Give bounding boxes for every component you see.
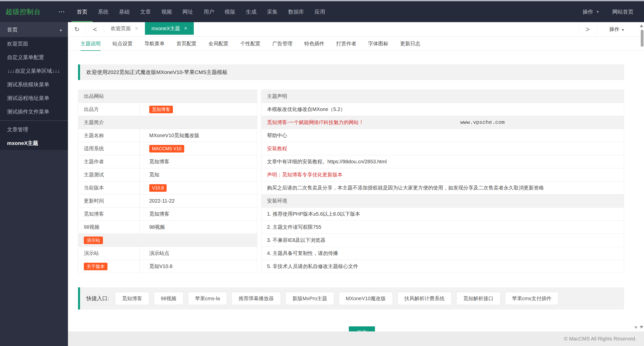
topbar-menu-item[interactable]: 网址 [177,1,198,22]
topbar-menu-item[interactable]: 文章 [135,1,156,22]
table-value-cell: 觅知博客 [140,158,257,165]
table-value-cell: 98视频 [140,224,257,230]
close-icon[interactable]: × [135,22,138,35]
theme-subtab[interactable]: 特色插件 [304,37,324,51]
table-row: 适用系统MACCMS V10 [78,142,257,155]
table-value-cell: 2022-11-22 [140,198,257,204]
orange-badge: 觅知博客 [149,106,173,113]
theme-subtab[interactable]: 打赏作者 [336,37,356,51]
tab-operate-label: 操作 [609,26,619,32]
quicklink-button[interactable]: 觅知博客 [115,292,149,305]
theme-subtab[interactable]: 更新日志 [400,37,420,51]
topbar-menu-item[interactable]: 生成 [241,1,262,22]
theme-subtab[interactable]: 首页配置 [176,37,197,51]
sidebar-group-header[interactable]: 首页▲ [0,22,68,37]
orange-badge: 关于版本 [84,263,107,270]
tab-scroll-right-icon[interactable]: > [579,22,597,36]
table-label-cell: 主题名称 [78,129,140,142]
table-row: 主题测试觅知 [78,168,257,181]
scroll-down-icon[interactable] [640,326,643,329]
table-label-cell: 出品方 [78,103,140,116]
topbar-operate-button[interactable]: 操作 ▼ [583,8,599,15]
page-tab[interactable]: 欢迎页面× [104,22,145,35]
page-tab[interactable]: mxoneX主题× [145,22,194,35]
sidebar-item[interactable]: 文章管理 [0,123,68,136]
topbar-menu: 首页系统基础文章视频网址用户模版生成采集数据库应用 [71,1,330,22]
orange-badge: 演示站 [84,237,103,244]
close-icon[interactable]: × [184,22,187,35]
quicklink-button[interactable]: 苹果cms支付插件 [505,292,559,305]
sidebar-item[interactable]: 欢迎页面 [0,37,68,51]
table-row: 98视频98视频 [78,221,257,234]
topbar-menu-item[interactable]: 用户 [198,1,219,22]
quicklink-button[interactable]: 新版MxPro主题 [285,292,334,305]
sidebar-item[interactable]: 测试远程地址菜单 [0,91,68,105]
topbar-menu-item[interactable]: 模版 [219,1,241,22]
refresh-icon[interactable]: ↻ [68,22,86,36]
table-row: 更新时间2022-11-22 [78,195,257,208]
theme-subtab[interactable]: 主题说明 [81,37,101,51]
theme-subtab[interactable]: 导航菜单 [144,37,165,51]
save-button[interactable]: 保存 [349,326,375,331]
topbar-menu-item[interactable]: 基础 [114,1,135,22]
info-tables: 出品网站出品方觅知博客主题简介主题名称MXoneV10觅知魔改版适用系统MACC… [78,90,624,273]
quicklink-button[interactable]: 推荐弹幕播放器 [232,292,281,305]
more-icon[interactable]: ⋯ [58,8,65,16]
table-row: 出品方觅知博客 [78,103,257,116]
table-row: 主题作者觅知博客 [78,155,257,168]
sidebar: 首页▲欢迎页面自定义菜单配置↓↓↓自定义菜单区域↓↓↓测试系统模块菜单测试远程地… [0,22,68,346]
quicklinks-label: 快捷入口: [86,295,109,302]
sidebar-filler [0,150,68,306]
table-value-cell: MACCMS V10 [140,145,257,152]
topbar-menu-item[interactable]: 应用 [309,1,330,22]
orange-badge: V10.8 [149,184,167,192]
save-button-row: 保存 [78,326,624,331]
table-row: 本模板改优化修改自MXone（5.2） [261,103,624,116]
quicklink-button[interactable]: 苹果cms-la [188,292,227,305]
table-header-cell: 演示站 [78,237,257,244]
theme-subtab[interactable]: 站点设置 [112,37,133,51]
table-label-cell: 主题测试 [78,168,140,181]
watermark-text: www.vpsche.com [460,116,505,129]
theme-subtab[interactable]: 个性配置 [240,37,260,51]
sidebar-item[interactable]: 测试系统模块菜单 [0,78,68,91]
theme-subtabs: 主题说明站点设置导航菜单首页配置全局配置个性配置广告管理特色插件打赏作者字体图标… [68,37,644,51]
table-header-cell: 出品网站 [78,93,257,100]
topbar-menu-item[interactable]: 首页 [71,1,93,22]
sidebar-item[interactable]: 测试插件文件菜单 [0,105,68,119]
table-row: 关于版本觅知V10.8 [78,260,257,273]
topbar-menu-item[interactable]: 采集 [262,1,283,22]
left-table: 出品网站出品方觅知博客主题简介主题名称MXoneV10觅知魔改版适用系统MACC… [78,90,257,273]
theme-subtab[interactable]: 字体图标 [368,37,388,51]
content-scroll-down-icon[interactable] [634,326,637,329]
quicklink-button[interactable]: 觅知解析接口 [456,292,501,305]
topbar: 超级控制台 ⋯ 首页系统基础文章视频网址用户模版生成采集数据库应用 操作 ▼ 网… [0,1,644,22]
table-label-cell: 适用系统 [78,142,140,155]
app-logo: 超级控制台 [6,7,41,16]
tab-operate-button[interactable]: 操作▼ [597,22,637,36]
topbar-right: 操作 ▼ 网站首页 [583,8,633,15]
theme-subtab[interactable]: 全局配置 [208,37,229,51]
table-row: 觅知博客-一个赋能网络IT科技魅力的网站！www.vpsche.com [261,116,624,129]
tabbar-right: > 操作▼ [579,22,637,36]
table-label-cell: 主题作者 [78,155,140,168]
sidebar-item[interactable]: 自定义菜单配置 [0,51,68,64]
quicklink-button[interactable]: 98视频 [154,292,183,305]
topbar-menu-item[interactable]: 视频 [156,1,177,22]
quicklink-button[interactable]: MXoneV10魔改版 [339,292,393,305]
theme-subtab[interactable]: 广告管理 [272,37,292,51]
table-row: 觅知博客觅知博客 [78,208,257,221]
tab-scroll-left-icon[interactable]: < [86,22,104,36]
scrollbar-thumb[interactable] [641,30,643,47]
sidebar-item[interactable]: mxoneX主题 [0,136,68,150]
table-label-cell: 更新时间 [78,195,140,207]
topbar-menu-item[interactable]: 系统 [93,1,114,22]
site-home-link[interactable]: 网站首页 [612,8,633,15]
quicklinks-buttons: 觅知博客98视频苹果cms-la推荐弹幕播放器新版MxPro主题MXoneV10… [115,292,559,305]
topbar-menu-item[interactable]: 数据库 [283,1,309,22]
sidebar-item[interactable]: ↓↓↓自定义菜单区域↓↓↓ [0,64,68,78]
quicklinks-banner: 快捷入口: 觅知博客98视频苹果cms-la推荐弹幕播放器新版MxPro主题MX… [78,287,624,310]
scroll-up-icon[interactable] [640,24,643,27]
table-row: 演示站 [78,234,257,247]
quicklink-button[interactable]: 扶风解析计费系统 [397,292,452,305]
